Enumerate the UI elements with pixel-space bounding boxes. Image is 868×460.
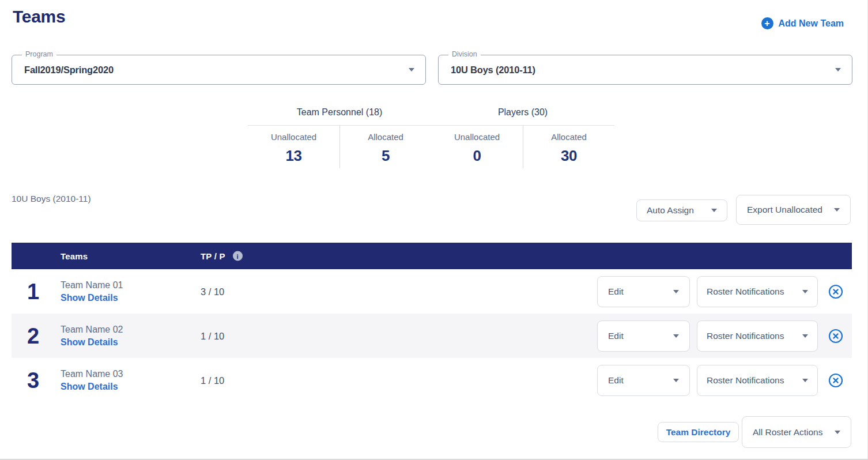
division-caption: 10U Boys (2010-11) [12,194,91,204]
roster-notifications-dropdown-button[interactable]: Roster Notifications [697,276,818,307]
chevron-down-icon [409,68,414,71]
players-group-header: Players (30) [431,107,614,125]
program-select-label: Program [22,50,56,58]
remove-team-icon[interactable] [828,284,843,299]
export-unallocated-label: Export Unallocated [747,205,822,215]
team-cell: Team Name 01 Show Details [61,280,123,303]
chevron-down-icon [835,68,841,71]
stat-players-allocated: Allocated 30 [523,126,614,168]
auto-assign-button[interactable]: Auto Assign [636,199,727,221]
edit-dropdown-button[interactable]: Edit [597,365,690,396]
row-index: 1 [19,279,47,304]
stat-tp-allocated: Allocated 5 [339,126,431,168]
page-title: Teams [13,7,65,27]
division-select[interactable]: Division 10U Boys (2010-11) [438,55,852,85]
edit-label: Edit [608,331,624,341]
row-index: 2 [19,323,47,348]
stat-value: 13 [248,147,339,165]
tp-p-value: 1 / 10 [201,330,224,341]
chevron-down-icon [835,431,840,434]
edit-label: Edit [608,375,624,386]
add-new-team-button[interactable]: + Add New Team [761,17,844,29]
row-index: 3 [19,368,47,393]
chevron-down-icon [711,209,717,212]
stat-label: Unallocated [431,132,523,142]
chevron-down-icon [834,208,840,212]
stat-players-unallocated: Unallocated 0 [431,126,523,168]
tp-p-value: 1 / 10 [201,375,224,386]
stats-group-headers: Team Personnel (18) Players (30) [248,107,614,125]
chevron-down-icon [673,379,679,382]
stat-label: Allocated [340,132,431,142]
chevron-down-icon [802,379,808,382]
table-row: 3 Team Name 03 Show Details 1 / 10 Edit … [12,358,852,402]
team-cell: Team Name 03 Show Details [61,369,123,392]
auto-assign-label: Auto Assign [647,205,694,216]
table-row: 2 Team Name 02 Show Details 1 / 10 Edit … [12,314,852,358]
team-name: Team Name 01 [61,280,123,291]
team-directory-button[interactable]: Team Directory [658,422,739,442]
team-name: Team Name 03 [61,369,123,379]
export-unallocated-button[interactable]: Export Unallocated [736,195,851,225]
chevron-down-icon [802,334,808,338]
chevron-down-icon [802,290,808,293]
remove-team-icon[interactable] [828,329,843,344]
remove-team-icon[interactable] [828,373,843,388]
table-header: Teams TP / P i [12,243,852,269]
stat-label: Unallocated [248,132,339,142]
roster-notifications-label: Roster Notifications [707,286,784,297]
stat-value: 30 [523,147,614,165]
edit-dropdown-button[interactable]: Edit [597,276,690,307]
team-personnel-group-header: Team Personnel (18) [248,107,431,125]
all-roster-actions-label: All Roster Actions [753,427,822,438]
stats-columns: Unallocated 13 Allocated 5 Unallocated 0… [248,125,614,168]
roster-notifications-label: Roster Notifications [707,375,784,386]
add-new-team-label: Add New Team [779,18,844,29]
allocation-stats: Team Personnel (18) Players (30) Unalloc… [248,107,614,168]
chevron-down-icon [673,334,679,338]
info-icon[interactable]: i [233,251,243,261]
roster-notifications-label: Roster Notifications [707,331,784,341]
show-details-link[interactable]: Show Details [61,382,123,392]
stat-tp-unallocated: Unallocated 13 [248,126,339,168]
team-cell: Team Name 02 Show Details [61,325,123,348]
edit-label: Edit [608,286,624,297]
division-select-label: Division [448,50,481,58]
stat-value: 0 [431,147,523,165]
division-select-value: 10U Boys (2010-11) [451,65,535,76]
stat-label: Allocated [523,132,614,142]
all-roster-actions-button[interactable]: All Roster Actions [742,416,851,448]
teams-column-header: Teams [61,251,88,261]
chevron-down-icon [673,290,679,293]
team-directory-label: Team Directory [666,427,731,438]
edit-dropdown-button[interactable]: Edit [597,321,690,352]
program-select-value: Fall2019/Spring2020 [24,65,114,76]
team-name: Team Name 02 [61,325,123,335]
roster-notifications-dropdown-button[interactable]: Roster Notifications [697,321,818,352]
roster-notifications-dropdown-button[interactable]: Roster Notifications [697,365,818,396]
table-row: 1 Team Name 01 Show Details 3 / 10 Edit … [12,269,852,314]
show-details-link[interactable]: Show Details [61,293,123,303]
tp-p-header-label: TP / P [201,251,225,261]
plus-circle-icon: + [761,17,773,29]
tp-p-column-header: TP / P i [201,251,243,261]
program-select[interactable]: Program Fall2019/Spring2020 [12,55,426,85]
show-details-link[interactable]: Show Details [61,337,123,348]
tp-p-value: 3 / 10 [201,286,224,297]
stat-value: 5 [340,147,431,165]
